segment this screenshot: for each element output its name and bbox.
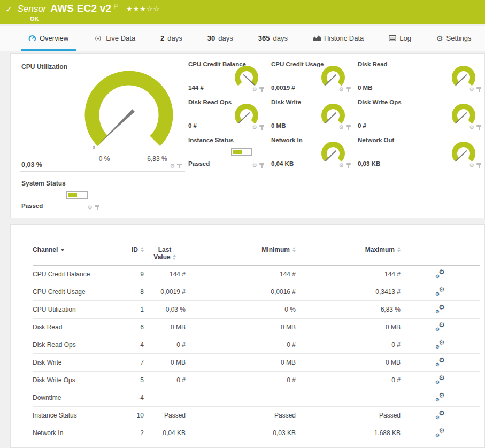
last-value-cell: 0,0019 # bbox=[144, 288, 186, 296]
mini-panel-disk-write: Disk Write 0 MB ⚙ bbox=[270, 95, 352, 133]
id-cell: 9 bbox=[128, 271, 144, 278]
gauge-title: Disk Read bbox=[358, 61, 388, 67]
id-cell: 2 bbox=[128, 429, 144, 437]
minimum-cell: 0 # bbox=[186, 341, 296, 349]
star-rating[interactable]: ★★★☆☆ bbox=[126, 5, 160, 13]
tab-live-data[interactable]: Live Data bbox=[91, 26, 138, 51]
channel-settings-gears-icon[interactable]: ⚙⚙ bbox=[435, 411, 445, 419]
tab-label: Live Data bbox=[106, 34, 135, 42]
tab-historic-data[interactable]: Historic Data bbox=[310, 26, 366, 51]
channel-name-cell: Disk Read bbox=[33, 323, 128, 331]
channel-name-cell: Instance Status bbox=[33, 412, 128, 419]
channel-name-cell: CPU Utilization bbox=[33, 306, 128, 313]
pin-icon[interactable] bbox=[476, 125, 481, 130]
last-value-cell: 0 # bbox=[144, 376, 186, 384]
pin-icon[interactable] bbox=[259, 125, 264, 130]
pin-icon[interactable] bbox=[346, 163, 351, 168]
tab-overview[interactable]: Overview bbox=[26, 26, 71, 51]
tab-settings[interactable]: ⚙ Settings bbox=[434, 26, 474, 51]
pin-icon[interactable] bbox=[177, 164, 182, 168]
channel-settings-gears-icon[interactable]: ⚙⚙ bbox=[435, 393, 445, 401]
status-badge: OK bbox=[30, 16, 39, 22]
column-header-maximum[interactable]: Maximum bbox=[365, 246, 401, 253]
column-header-channel[interactable]: Channel bbox=[33, 246, 65, 253]
channel-name-cell: CPU Credit Usage bbox=[33, 288, 128, 296]
last-value-cell: 0,03 % bbox=[144, 306, 186, 313]
channel-settings-gears-icon[interactable]: ⚙⚙ bbox=[435, 358, 445, 366]
gauge-value: 0 MB bbox=[271, 122, 286, 129]
average-marker: x̄ bbox=[93, 144, 96, 150]
table-row: Disk Read 6 0 MB 0 MB 0 MB ⚙⚙ bbox=[33, 319, 480, 336]
channel-name-cell: Disk Read Ops bbox=[33, 341, 128, 349]
last-value-cell: 144 # bbox=[144, 271, 186, 278]
pin-icon[interactable] bbox=[476, 87, 481, 92]
gear-icon[interactable]: ⚙ bbox=[252, 125, 257, 130]
tab-30-days[interactable]: 30 days bbox=[205, 26, 236, 51]
status-bar-indicator bbox=[231, 148, 252, 156]
minimum-cell: 0 % bbox=[186, 306, 296, 313]
maximum-cell: 0 MB bbox=[296, 359, 401, 366]
status-ok-check-icon: ✓ bbox=[5, 4, 12, 14]
mini-panel-system-status: System Status Passed ⚙ bbox=[20, 176, 101, 213]
gear-icon[interactable]: ⚙ bbox=[338, 125, 344, 130]
last-value-cell: Passed bbox=[144, 412, 186, 419]
mini-panel-disk-read: Disk Read 0 MB ⚙ bbox=[357, 57, 482, 95]
maximum-cell: Passed bbox=[296, 412, 401, 419]
maximum-cell: 0 # bbox=[296, 341, 401, 349]
column-header-last-value[interactable]: Last Value bbox=[153, 246, 175, 261]
gauge-title: Disk Write bbox=[271, 99, 301, 105]
channel-settings-gears-icon[interactable]: ⚙⚙ bbox=[435, 305, 445, 313]
gear-icon[interactable]: ⚙ bbox=[469, 163, 474, 168]
gauge-title: Network In bbox=[271, 137, 303, 143]
channel-settings-gears-icon[interactable]: ⚙⚙ bbox=[435, 269, 445, 278]
gauge-value: 144 # bbox=[188, 84, 204, 91]
maximum-cell: 0 MB bbox=[296, 323, 401, 331]
gear-icon[interactable]: ⚙ bbox=[469, 87, 474, 92]
gauge-title: Instance Status bbox=[188, 137, 234, 143]
tab-365-days[interactable]: 365 days bbox=[256, 26, 290, 51]
gauge-value: 0 MB bbox=[358, 84, 372, 91]
pin-icon[interactable] bbox=[346, 125, 351, 130]
last-value-cell: 0 # bbox=[144, 341, 186, 349]
gear-icon[interactable]: ⚙ bbox=[469, 125, 474, 130]
channel-settings-gears-icon[interactable]: ⚙⚙ bbox=[435, 428, 445, 437]
column-label: Last bbox=[153, 246, 175, 253]
id-cell: 10 bbox=[128, 412, 144, 419]
pin-icon[interactable] bbox=[476, 163, 481, 168]
id-cell: 4 bbox=[128, 341, 144, 349]
sort-icon bbox=[173, 254, 176, 260]
channel-settings-gears-icon[interactable]: ⚙⚙ bbox=[435, 287, 445, 296]
gear-icon[interactable]: ⚙ bbox=[170, 163, 175, 169]
channel-settings-gears-icon[interactable]: ⚙⚙ bbox=[435, 340, 445, 349]
mini-panel-disk-read-ops: Disk Read Ops 0 # ⚙ bbox=[187, 95, 265, 133]
tab-label: days bbox=[167, 34, 182, 42]
column-header-minimum[interactable]: Minimum bbox=[261, 246, 296, 253]
column-header-id[interactable]: ID bbox=[132, 246, 144, 253]
table-header-row: Channel ID Last Value Minimum bbox=[33, 246, 480, 266]
tab-label-number: 30 bbox=[207, 34, 215, 42]
minimum-cell: Passed bbox=[186, 412, 296, 419]
gauge-value: Passed bbox=[21, 203, 43, 209]
channel-settings-gears-icon[interactable]: ⚙⚙ bbox=[435, 375, 445, 384]
pin-icon[interactable] bbox=[346, 87, 351, 92]
minimum-cell: 0,0016 # bbox=[186, 288, 296, 296]
pin-icon[interactable] bbox=[259, 163, 264, 168]
tab-2-days[interactable]: 2 days bbox=[158, 26, 185, 51]
column-label: Minimum bbox=[261, 246, 290, 253]
log-icon bbox=[389, 35, 396, 41]
gauge-icon bbox=[28, 35, 36, 42]
table-row: Disk Write Ops 5 0 # 0 # 0 # ⚙⚙ bbox=[33, 372, 480, 389]
gear-icon[interactable]: ⚙ bbox=[252, 87, 257, 92]
gear-icon[interactable]: ⚙ bbox=[338, 87, 344, 92]
gauge-value: Passed bbox=[188, 160, 210, 167]
maximum-cell: 144 # bbox=[296, 271, 401, 278]
channel-settings-gears-icon[interactable]: ⚙⚙ bbox=[435, 322, 445, 331]
gear-icon[interactable]: ⚙ bbox=[252, 163, 257, 168]
pin-icon[interactable] bbox=[259, 87, 264, 92]
gear-icon[interactable]: ⚙ bbox=[87, 205, 93, 211]
pin-icon[interactable] bbox=[95, 205, 99, 210]
gear-icon[interactable]: ⚙ bbox=[338, 163, 344, 168]
tab-log[interactable]: Log bbox=[386, 26, 414, 51]
table-row: CPU Utilization 1 0,03 % 0 % 6,83 % ⚙⚙ bbox=[33, 301, 480, 319]
priority-flag-icon[interactable]: ⚐ bbox=[113, 3, 119, 10]
